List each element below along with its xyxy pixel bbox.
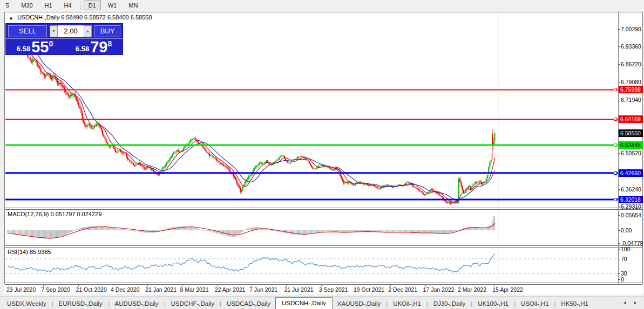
date-label: 21 Jan 2021 [145,286,177,293]
price-level-badge: 6.53845 [619,141,643,149]
price-level-badge: 6.75998 [619,86,643,93]
bid-price-big: 55 [31,40,49,54]
price-level-badge: 6.64169 [619,115,643,123]
tab-item-audusd-[interactable]: AUDUSD-,Daily [110,299,164,309]
price-axis-label: 6.79080 [621,79,641,85]
ask-price-big: 79 [90,40,107,54]
tab-scroll-right-button[interactable]: ► [630,298,641,307]
date-label: 21 Oct 2020 [76,286,107,293]
macd-pane-label: MACD(12,26,9) 0.051797 0.024229 [8,211,101,217]
ohlc-header: ▲ USDCNH-,Daily 6.58490 6.58572 6.58400 … [9,14,152,20]
bid-price[interactable]: 6.58 55 0 [6,39,64,55]
arrow-up-icon: ▲ [86,29,90,33]
date-label: 21 Jul 2021 [284,286,313,293]
timeframe-toolbar: 5M30H1H4D1W1MN [0,0,644,11]
tab-item-xauusd-[interactable]: XAUUSD-,Daily [333,299,386,309]
mt4-window: { "toolbar": { "timeframes": ["5", "M30"… [0,0,644,309]
buy-button[interactable]: BUY [94,25,120,37]
timeframe-button-h1[interactable]: H1 [40,1,57,10]
ohlc-values: 6.58490 6.58572 6.58400 6.58550 [61,14,152,20]
price-axis-tick [618,273,620,274]
price-axis-tick [618,29,620,30]
price-axis-label: 6.71940 [621,97,641,103]
timeframe-button-5[interactable]: 5 [1,1,14,10]
price-level-badge: 6.32018 [619,196,643,203]
tab-scroll-left-button[interactable]: ◄ [619,298,630,307]
price-axis-tick [618,82,620,83]
pane-separator[interactable] [5,208,642,210]
price-axis-tick [618,189,620,190]
toolbar-separator [80,1,80,10]
sell-button[interactable]: SELL [8,25,47,37]
price-axis: 7.002906.933606.862206.790806.719406.505… [619,12,643,294]
tab-item-usoil-[interactable]: USOil-,H1 [516,299,554,309]
trade-panel-price-row: 6.58 55 0 6.58 79 8 [6,39,123,55]
price-axis-tick [618,249,620,250]
date-label: 3 Sep 2021 [319,286,348,293]
price-axis-label: 6.86220 [621,61,641,67]
price-axis-label: 0.05654 [621,212,641,218]
price-axis-label: 7.00290 [621,26,641,32]
level-line-handle[interactable] [614,118,617,121]
rsi-pane-label: RSI(14) 85.9385 [8,249,51,255]
tab-item-dj30-[interactable]: DJ30-,Daily [429,299,470,309]
date-label: 22 Apr 2021 [215,286,246,293]
date-label: 2 Mar 2022 [458,286,486,293]
price-axis-label: 6.29310 [621,203,641,210]
price-axis-tick [618,215,620,216]
level-line-handle[interactable] [614,171,617,175]
date-label: 23 Jul 2020 [6,286,36,293]
level-line-handle[interactable] [614,198,617,201]
timeframe-button-d1[interactable]: D1 [84,1,101,10]
price-axis-label: 0.00 [621,227,632,234]
ask-price[interactable]: 6.58 79 8 [65,39,123,55]
pane-separator[interactable] [5,245,642,248]
symbol-triangle-icon: ▲ [9,15,13,20]
tab-item-uk100-[interactable]: UK100-,H1 [473,299,513,309]
pane-separator [5,283,642,285]
price-axis-label: 6.93360 [621,43,641,50]
timeframe-button-w1[interactable]: W1 [103,1,122,10]
level-line-handle[interactable] [614,88,617,91]
tab-item-ukoil-[interactable]: UKOil-,H1 [388,299,426,309]
price-axis-label: 6.50520 [621,150,641,156]
tab-item-usdx[interactable]: USDX,Weekly [2,299,51,309]
volume-increase-button[interactable]: ▲ [84,25,92,37]
price-axis-tick [618,64,620,65]
arrow-down-icon: ▼ [52,29,56,33]
price-axis-label: 100 [621,246,631,252]
price-axis-tick [618,259,620,259]
volume-input[interactable] [58,25,84,37]
rsi-line [8,253,495,273]
timeframe-button-h4[interactable]: H4 [59,1,77,10]
price-axis-tick [618,279,620,280]
volume-decrease-button[interactable]: ▼ [50,25,58,37]
price-axis-tick [618,153,620,154]
price-axis-label: 6.36240 [621,186,641,193]
price-axis-tick [618,230,620,231]
tab-item-usdcnh-[interactable]: USDCNH-,Daily [275,297,333,309]
price-axis-tick [618,100,620,100]
date-axis: 23 Jul 20207 Sep 202021 Oct 20204 Dec 20… [4,284,643,294]
timeframe-button-m30[interactable]: M30 [16,1,37,10]
tab-scroll-buttons: ◄► [619,297,644,309]
ask-price-sup: 8 [107,39,112,48]
level-line-handle[interactable] [614,143,617,147]
price-level-badge: 6.42660 [619,169,643,177]
chart-tab-bar: USDX,Weekly|EURUSD-,Daily|AUDUSD-,Daily|… [0,296,644,309]
tab-item-usdchf-[interactable]: USDCHF-,Daily [166,299,220,309]
price-axis-label: 70 [621,256,627,262]
timeframe-button-mn[interactable]: MN [124,1,143,10]
tab-item-eurusd-[interactable]: EURUSD-,Daily [54,299,107,309]
date-label: 17 Jan 2022 [423,286,455,293]
symbol-name: USDCNH-,Daily [17,14,59,20]
price-axis-tick [618,46,620,47]
price-axis-label: 0 [621,276,624,283]
date-label: 19 Oct 2021 [354,286,384,293]
tab-item-hk50-[interactable]: HK50-,H1 [557,299,594,309]
price-level-badge: 6.58550 [619,129,643,137]
date-label: 2 Dec 2021 [388,286,417,293]
tab-item-usdcad-[interactable]: USDCAD-,Daily [222,299,275,309]
date-label: 7 Jun 2021 [249,286,277,293]
bid-price-small: 6.58 [17,45,30,53]
